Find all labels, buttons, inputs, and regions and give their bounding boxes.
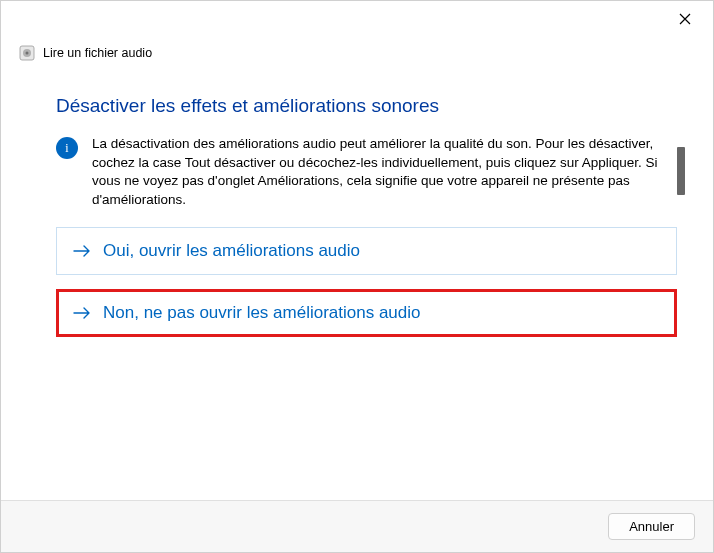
option-no-label: Non, ne pas ouvrir les améliorations aud… bbox=[103, 303, 421, 323]
dialog-window: Lire un fichier audio Désactiver les eff… bbox=[0, 0, 714, 553]
arrow-right-icon bbox=[73, 244, 91, 258]
info-row: i La désactivation des améliorations aud… bbox=[56, 135, 677, 209]
close-button[interactable] bbox=[665, 3, 705, 35]
dialog-content: Désactiver les effets et améliorations s… bbox=[1, 79, 713, 500]
titlebar bbox=[1, 1, 713, 37]
dialog-header: Lire un fichier audio bbox=[1, 37, 713, 79]
option-no-skip-enhancements[interactable]: Non, ne pas ouvrir les améliorations aud… bbox=[56, 289, 677, 337]
option-yes-open-enhancements[interactable]: Oui, ouvrir les améliorations audio bbox=[56, 227, 677, 275]
cancel-button[interactable]: Annuler bbox=[608, 513, 695, 540]
close-icon bbox=[679, 11, 691, 28]
dialog-footer: Annuler bbox=[1, 500, 713, 552]
dialog-title: Lire un fichier audio bbox=[43, 46, 152, 60]
audio-troubleshoot-icon bbox=[19, 45, 35, 61]
scrollbar-thumb[interactable] bbox=[677, 147, 685, 195]
option-yes-label: Oui, ouvrir les améliorations audio bbox=[103, 241, 360, 261]
info-icon: i bbox=[56, 137, 78, 159]
info-text: La désactivation des améliorations audio… bbox=[92, 135, 677, 209]
page-heading: Désactiver les effets et améliorations s… bbox=[56, 95, 677, 117]
arrow-right-icon bbox=[73, 306, 91, 320]
svg-point-2 bbox=[26, 52, 29, 55]
